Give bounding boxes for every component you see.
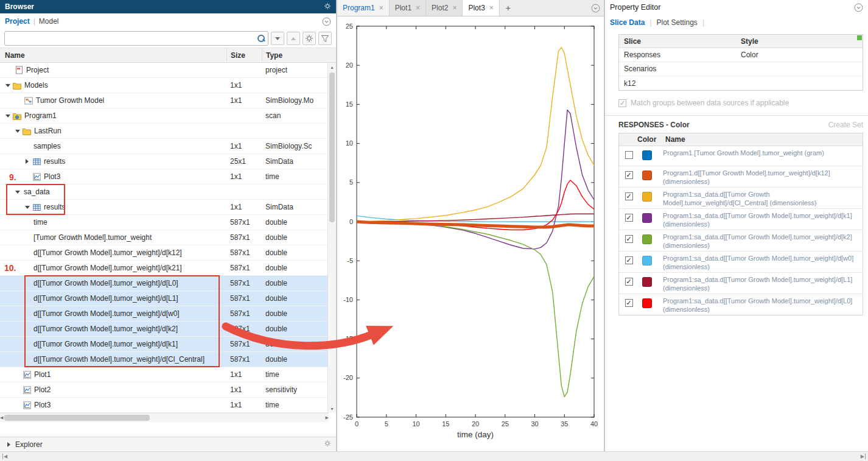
caret-down-icon[interactable] [13,127,21,135]
response-row[interactable]: ✓Program1:sa_data.d[[Tumor Growth Model]… [619,252,863,273]
tree-horizontal-scrollbar[interactable]: ◀ ▶ [0,413,329,422]
response-visible-checkbox[interactable]: ✓ [625,192,633,200]
tab-plot-settings[interactable]: Plot Settings [657,18,698,27]
explorer-bar[interactable]: Explorer [0,437,336,451]
response-visible-checkbox[interactable]: ✓ [625,256,633,264]
tree-row[interactable]: d[[Tumor Growth Model].tumor_weight]/d[L… [0,291,327,306]
close-tab-icon[interactable]: × [379,4,383,12]
create-set-button[interactable]: Create Set [828,121,863,129]
tree-row[interactable]: [Tumor Growth Model].tumor_weight587x1do… [0,230,327,245]
response-color-swatch[interactable] [642,213,652,223]
tree-row[interactable]: d[[Tumor Growth Model].tumor_weight]/d[k… [0,261,327,276]
response-row[interactable]: ✓Program1:sa_data.d[[Tumor Growth Model]… [619,294,863,315]
tab-project[interactable]: Project [5,17,30,26]
response-color-swatch[interactable] [642,171,652,180]
tree-row[interactable]: d[[Tumor Growth Model].tumor_weight]/d[w… [0,306,327,322]
tree-row[interactable]: d[[Tumor Growth Model].tumor_weight]/d[k… [0,322,327,337]
tree-row[interactable]: Models1x1 [0,78,327,93]
search-input[interactable] [5,32,257,44]
caret-right-icon[interactable] [5,440,13,448]
response-visible-checkbox[interactable]: ✓ [625,299,633,307]
response-color-swatch[interactable] [642,298,652,308]
response-visible-checkbox[interactable]: ✓ [625,235,633,243]
tree-row[interactable]: time587x1double [0,215,327,230]
response-row[interactable]: ✓Program1:sa_data.d[[Tumor Growth Model]… [619,188,863,209]
new-tab-button[interactable]: + [500,0,517,16]
response-row[interactable]: ✓Program1.[Tumor Growth Model].tumor_wei… [619,146,863,166]
tab-program1[interactable]: Program1× [337,0,390,16]
tree-row[interactable]: Plot11x1time [0,367,327,382]
tree-row[interactable]: results1x1SimData [0,200,327,215]
column-header-type[interactable]: Type [262,48,327,62]
response-color-swatch[interactable] [642,277,652,287]
tab-plot3[interactable]: Plot3× [463,0,499,16]
tree-vertical-scrollbar[interactable]: ▲ ▼ [327,63,336,413]
scroll-thumb[interactable] [329,72,335,222]
scroll-track[interactable] [328,71,336,404]
scroll-down-icon[interactable]: ▼ [328,404,336,413]
caret-down-icon[interactable] [13,188,21,196]
column-header-size[interactable]: Size [226,48,262,62]
scroll-up-icon[interactable]: ▲ [328,63,336,71]
plot-canvas[interactable]: -25-20-15-10-505101520250510152025303540… [337,16,604,451]
tree-row[interactable]: LastRun [0,124,327,139]
response-visible-checkbox[interactable]: ✓ [625,278,633,286]
response-color-swatch[interactable] [642,192,652,202]
caret-down-icon[interactable] [4,112,12,120]
tree-row[interactable]: Tumor Growth Model1x1SimBiology.Mo [0,93,327,108]
close-tab-icon[interactable]: × [489,4,494,12]
response-color-swatch[interactable] [642,256,652,266]
settings-gear-button[interactable] [303,32,316,45]
tab-plot1[interactable]: Plot1× [390,0,426,16]
pan-left-icon[interactable]: ◀ [2,454,7,459]
tree-row[interactable]: d[[Tumor Growth Model].tumor_weight]/d[C… [0,352,327,367]
tree-row[interactable]: d[[Tumor Growth Model].tumor_weight]/d[k… [0,337,327,352]
response-visible-checkbox[interactable]: ✓ [625,171,633,179]
caret-right-icon[interactable] [23,158,31,166]
tree-row[interactable]: Program1scan [0,108,327,124]
response-color-swatch[interactable] [642,234,652,244]
caret-down-icon[interactable] [4,82,12,90]
expand-all-button[interactable] [271,32,284,45]
search-icon[interactable] [257,34,265,43]
response-visible-checkbox[interactable]: ✓ [625,214,633,222]
pan-right-icon[interactable]: ▶ [861,454,866,459]
scroll-right-icon[interactable]: ▶ [326,413,329,422]
tree-row[interactable]: Plot21x1sensitivity [0,382,327,398]
match-groups-checkbox[interactable]: ✓ [618,99,626,107]
tree-row[interactable]: results25x1SimData [0,154,327,169]
tabstrip-chevron-icon[interactable] [591,4,600,13]
tree-row[interactable]: Projectproject [0,63,327,78]
tree-row[interactable]: Plot31x1time [0,169,327,185]
slice-row[interactable]: Scenarios [619,62,863,76]
tab-slice-data[interactable]: Slice Data [610,18,645,27]
tab-model[interactable]: Model [39,17,59,26]
collapse-all-button[interactable] [287,32,300,45]
column-header-name[interactable]: Name [0,51,226,60]
close-tab-icon[interactable]: × [452,4,457,12]
hscroll-track[interactable] [3,413,325,422]
caret-down-icon[interactable] [23,203,31,211]
tree-row[interactable]: d[[Tumor Growth Model].tumor_weight]/d[L… [0,276,327,291]
close-tab-icon[interactable]: × [416,4,420,12]
explorer-gear-icon[interactable] [324,440,331,449]
slice-row[interactable]: k12 [619,76,863,90]
response-row[interactable]: ✓Program1:sa_data.d[[Tumor Growth Model]… [619,230,863,252]
tree-row[interactable]: Plot31x1time [0,398,327,413]
filter-button[interactable] [318,32,332,45]
tree-row[interactable]: sa_data [0,185,327,200]
response-row[interactable]: ✓Program1:sa_data.d[[Tumor Growth Model]… [619,209,863,230]
collapse-property-editor-icon[interactable] [854,3,863,12]
tab-plot2[interactable]: Plot2× [426,0,463,16]
hscroll-thumb[interactable] [4,415,149,421]
tree-item-type: scan [262,111,327,120]
tree-row[interactable]: samples1x1SimBiology.Sc [0,139,327,154]
browser-gear-icon[interactable] [324,2,331,12]
collapse-panel-chevron-icon[interactable] [322,17,331,26]
response-color-swatch[interactable] [642,150,652,160]
slice-row[interactable]: ResponsesColor [619,48,863,62]
response-row[interactable]: ✓Program1:sa_data.d[[Tumor Growth Model]… [619,273,863,294]
response-visible-checkbox[interactable]: ✓ [625,151,633,159]
response-row[interactable]: ✓Program1.d[[Tumor Growth Model].tumor_w… [619,166,863,188]
tree-row[interactable]: d[[Tumor Growth Model].tumor_weight]/d[k… [0,245,327,261]
